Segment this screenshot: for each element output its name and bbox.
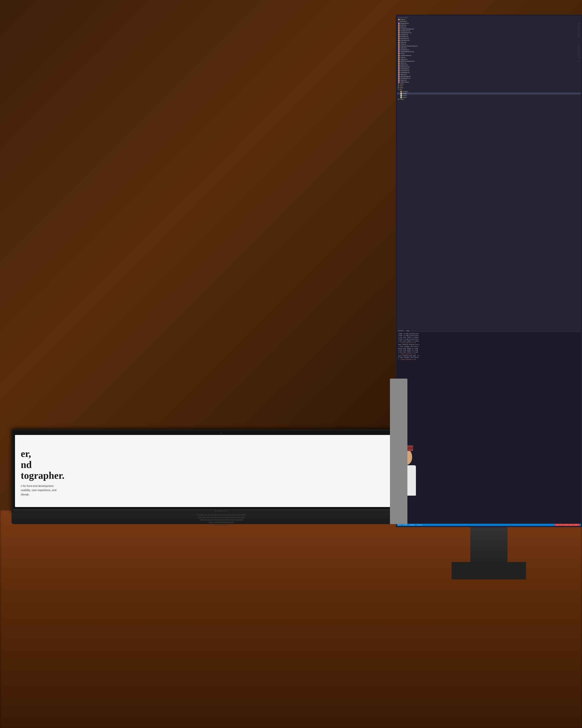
file-item-localeswitcher[interactable]: LocaleSwitcher.tsx 127 [397, 55, 581, 56]
key[interactable] [207, 514, 210, 516]
file-item-statlist[interactable]: StatList.tsx [397, 74, 581, 76]
file-item-rootlayout[interactable]: RootLayout.jsx [397, 68, 581, 70]
key-space[interactable] [214, 522, 229, 523]
key[interactable] [208, 519, 211, 521]
file-item-es-json[interactable]: es.json [397, 95, 581, 96]
key[interactable] [204, 519, 207, 521]
key[interactable] [218, 519, 221, 521]
file-item-gridpattern[interactable]: GridPattern.jsx 124 [397, 49, 581, 51]
file-item-taglist[interactable]: TagList.tsx [397, 79, 581, 81]
file-item-fonts[interactable]: ▶ fonts [397, 85, 581, 87]
key[interactable] [237, 517, 240, 519]
file-item-container[interactable]: Container.tsx 118 [397, 34, 581, 36]
monitor-base [451, 562, 526, 579]
key[interactable] [238, 514, 241, 516]
file-name: es.json [403, 95, 407, 96]
key[interactable] [231, 514, 234, 516]
key[interactable] [217, 514, 220, 516]
file-item-externallink[interactable]: ExternalLink.tsx [397, 40, 581, 41]
file-item-mymdx[interactable]: MyMDXComponents.tsx 130 [397, 60, 581, 62]
key[interactable] [225, 519, 228, 521]
terminal-tab-local[interactable]: Local [405, 330, 410, 332]
file-item-components[interactable]: ▾ components [397, 21, 581, 22]
key[interactable] [200, 514, 203, 516]
key-wide[interactable] [241, 514, 246, 516]
macbook-brand-label: MacBook Pro [215, 510, 228, 512]
key[interactable] [234, 514, 237, 516]
key[interactable] [224, 514, 227, 516]
file-item-contactsection[interactable]: ContactSection.tsx 117 [397, 32, 581, 34]
key-enter-bot[interactable] [239, 519, 243, 521]
file-item-logo[interactable]: Logo.tsx 128 [397, 56, 581, 58]
file-name: Border.tsx [400, 24, 407, 26]
file-item-emails[interactable]: ▶ emails [397, 83, 581, 85]
key-enter-top[interactable] [240, 517, 245, 519]
key[interactable] [211, 514, 214, 516]
file-item-projectlinks[interactable]: ProjectLinks.tsx [397, 66, 581, 68]
file-item-fadein[interactable]: FadeIn.tsx [397, 41, 581, 43]
file-item-hooks[interactable]: ▶ hooks [397, 87, 581, 89]
status-todo[interactable]: ☰ TODO [403, 524, 408, 525]
file-item-experience[interactable]: Experience.tsx [397, 37, 581, 40]
key[interactable] [203, 517, 206, 519]
file-item-border[interactable]: Border.tsx 117 [397, 24, 581, 26]
file-item-list[interactable]: List.tsx 126 [397, 53, 581, 55]
file-item-page[interactable]: page.tsx [397, 19, 581, 21]
file-item-images[interactable]: ▶ images [397, 98, 581, 100]
file-item-footer[interactable]: Footer.tsx [397, 43, 581, 45]
file-item-stylizedimage[interactable]: StylizedImage.jsx [397, 76, 581, 77]
key[interactable] [214, 514, 217, 516]
key[interactable] [235, 519, 238, 521]
file-item-sk-json[interactable]: sk.json [397, 96, 581, 98]
file-item-headingwithanchor[interactable]: HeadingWithAnchor.tsx 125 [397, 51, 581, 53]
file-item-gridlist[interactable]: GridList.tsx 123 [397, 47, 581, 49]
key[interactable] [226, 517, 229, 519]
file-item-offices[interactable]: Offices.tsx [397, 62, 581, 64]
key[interactable] [221, 514, 224, 516]
key[interactable] [210, 517, 213, 519]
status-run[interactable]: ▶ Run [398, 524, 401, 525]
key[interactable] [232, 519, 235, 521]
key-shift-right[interactable] [229, 522, 234, 523]
file-item-config[interactable]: config.tsx [397, 91, 581, 93]
key[interactable] [233, 517, 237, 519]
file-item-en-json[interactable]: en.json [397, 93, 581, 95]
file-item-education[interactable]: Education.tsx 119 [397, 36, 581, 37]
file-item-socialmedia[interactable]: SocialMedia.tsx [397, 72, 581, 74]
terminal-line: 8 files changed, 133 inserti [398, 357, 580, 359]
key[interactable] [221, 519, 224, 521]
line-number: 122 [576, 46, 580, 47]
status-problems[interactable]: ⚠ Problems [409, 524, 415, 525]
key-tab[interactable] [198, 517, 202, 519]
file-name: ExternalLink.tsx [400, 40, 410, 41]
key[interactable] [227, 514, 230, 516]
file-item-button[interactable]: Button.tsx 118 [397, 26, 581, 28]
key[interactable] [197, 514, 200, 516]
file-item-logolist[interactable]: LogoList.tsx [397, 58, 581, 60]
file-item-contactform[interactable]: ContactForm.tsx 117 [397, 30, 581, 32]
file-item-grayscale[interactable]: GrayscaleTransitionImage.tsx 122 [397, 45, 581, 47]
file-item-i18n[interactable]: ▾ i18n [397, 89, 581, 91]
file-item-conditional[interactable]: ConditionalWrapper.tsx 116 [397, 28, 581, 30]
key[interactable] [220, 517, 223, 519]
file-item-submitbutton[interactable]: SubmitButton.tsx [397, 77, 581, 79]
file-item-pageintro[interactable]: PageIntro.tsx [397, 64, 581, 66]
key[interactable] [216, 517, 219, 519]
file-item-testimonial[interactable]: Testimonial.jsx [397, 81, 581, 83]
status-services[interactable]: ✦ Services [416, 524, 422, 525]
key[interactable] [206, 517, 209, 519]
keyboard-row-3 [13, 519, 429, 521]
key[interactable] [223, 517, 226, 519]
key-caps[interactable] [199, 519, 204, 521]
key[interactable] [230, 517, 233, 519]
file-item-blockquote[interactable]: Blockquote.jsx 116 [397, 22, 581, 24]
key-shift-left[interactable] [209, 522, 213, 523]
file-icon [398, 45, 399, 47]
key[interactable] [228, 519, 231, 521]
key[interactable] [213, 517, 216, 519]
key[interactable] [215, 519, 218, 521]
file-item-sectionintro[interactable]: SectionIntro.tsx [397, 70, 581, 72]
key[interactable] [211, 519, 214, 521]
terminal-new-tab-button[interactable]: + [412, 330, 413, 332]
key[interactable] [203, 514, 206, 516]
